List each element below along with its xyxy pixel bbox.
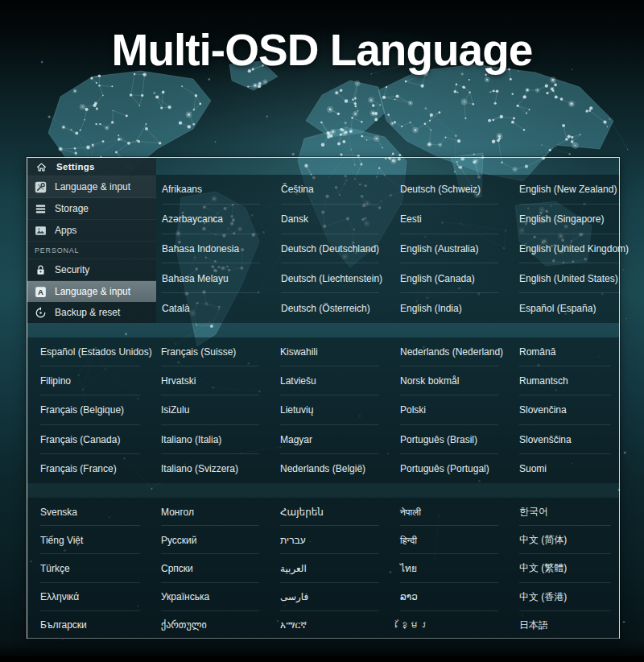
language-item[interactable]: Deutsch (Schweiz) [400, 175, 519, 205]
language-row: CatalàDeutsch (Österreich)English (India… [156, 293, 629, 323]
language-item[interactable]: English (Canada) [400, 263, 519, 293]
language-item[interactable]: Rumantsch [519, 366, 619, 395]
language-item[interactable]: Tiếng Việt [40, 526, 161, 554]
language-item[interactable]: Deutsch (Österreich) [281, 293, 400, 323]
apps-icon [34, 224, 47, 238]
language-item[interactable]: Kiswahili [280, 337, 400, 366]
language-item[interactable]: Čeština [281, 175, 400, 205]
language-item[interactable]: Bahasa Indonesia [162, 234, 281, 264]
language-row: Bahasa IndonesiaDeutsch (Deutschland)Eng… [156, 234, 629, 264]
settings-panel: Settings Language & inputStorageAppsPERS… [27, 157, 620, 639]
home-icon [35, 161, 47, 173]
language-item[interactable]: English (Australia) [400, 234, 519, 264]
language-item[interactable]: Deutsch (Deutschland) [281, 234, 400, 264]
language-item[interactable]: Български [40, 611, 161, 639]
language-item[interactable]: Afrikaans [162, 175, 281, 205]
language-row: TürkçeСрпскиالعربيةไทย中文 (繁體) [27, 554, 619, 582]
language-item[interactable]: Hrvatski [161, 366, 280, 395]
lock-icon [34, 263, 47, 277]
language-item[interactable]: Українська [161, 583, 280, 611]
language-item[interactable]: ქართული [161, 611, 280, 639]
language-item[interactable]: Türkçe [40, 554, 161, 582]
language-row: ΕλληνικάУкраїнськаفارسیລາວ中文 (香港) [27, 583, 619, 611]
language-row: Tiếng ViệtРусскийעבריתहिन्दी中文 (简体) [27, 526, 619, 554]
bottom-black-bar [0, 656, 644, 662]
language-item[interactable]: हिन्दी [400, 526, 519, 554]
language-item[interactable]: Italiano (Italia) [161, 425, 280, 454]
language-item[interactable]: Հայերեն [280, 498, 400, 526]
language-item[interactable]: नेपाली [400, 498, 519, 526]
language-item[interactable]: Magyar [280, 425, 400, 454]
language-item[interactable]: Nederlands (Nederland) [400, 337, 519, 366]
language-item[interactable]: Français (Canada) [40, 425, 161, 454]
language-item[interactable]: ລາວ [400, 583, 519, 611]
language-item[interactable]: Español (España) [519, 293, 629, 323]
sidebar-item-label: Language & input [55, 286, 130, 297]
language-item[interactable]: Português (Brasil) [400, 425, 519, 454]
language-item[interactable]: Монгол [161, 498, 280, 526]
language-item[interactable]: አማርኛ [280, 611, 400, 639]
language-row: Français (Belgique)IsiZuluLietuviųPolski… [27, 395, 619, 424]
language-row: AfrikaansČeštinaDeutsch (Schweiz)English… [156, 175, 629, 205]
language-item[interactable]: Slovenščina [519, 425, 619, 454]
language-row: FilipinoHrvatskiLatviešuNorsk bokmålRuma… [27, 366, 619, 395]
language-item[interactable]: Español (Estados Unidos) [40, 337, 161, 366]
language-item[interactable]: English (New Zealand) [519, 175, 629, 205]
sidebar-item-apps[interactable]: Apps [27, 220, 156, 242]
language-item[interactable]: English (India) [400, 293, 519, 323]
language-item[interactable]: 中文 (香港) [519, 583, 619, 611]
backup-icon [34, 306, 47, 320]
language-row: Français (France)Italiano (Svizzera)Nede… [27, 454, 619, 483]
sidebar-item-language-and-input-selected[interactable]: ALanguage & input [27, 281, 156, 302]
language-item[interactable]: Polski [400, 395, 519, 424]
language-item[interactable]: English (United Kingdom) [519, 234, 629, 264]
language-item[interactable]: Català [162, 293, 281, 323]
language-item[interactable]: עברית [280, 526, 400, 554]
language-item[interactable]: Azərbaycanca [162, 205, 281, 234]
language-item[interactable]: 한국어 [519, 498, 619, 526]
language-item[interactable]: Српски [161, 554, 280, 582]
screenshot-root: Multi-OSD Language Settings Language & i… [0, 0, 644, 662]
language-item[interactable]: Nederlands (België) [280, 454, 400, 483]
language-item[interactable]: Eesti [400, 205, 519, 234]
language-row: Bahasa MelayuDeutsch (Liechtenstein)Engl… [156, 263, 629, 293]
language-item[interactable]: Filipino [40, 366, 161, 395]
language-item[interactable]: Bahasa Melayu [162, 263, 281, 293]
language-item[interactable]: Français (Suisse) [161, 337, 280, 366]
language-item[interactable]: Svenska [40, 498, 161, 526]
language-item[interactable]: العربية [280, 554, 400, 582]
language-item[interactable]: Português (Portugal) [400, 454, 519, 483]
language-item[interactable]: IsiZulu [161, 395, 280, 424]
language-row: AzərbaycancaDanskEestiEnglish (Singapore… [156, 205, 629, 234]
sidebar-item-language-and-input[interactable]: Language & input [27, 176, 156, 198]
language-item[interactable]: Dansk [281, 205, 400, 234]
sidebar-item-backup-and-reset[interactable]: Backup & reset [27, 302, 156, 323]
language-item[interactable]: English (Singapore) [519, 205, 629, 234]
language-item[interactable]: English (United States) [519, 263, 629, 293]
language-item[interactable]: Slovenčina [519, 395, 619, 424]
language-item[interactable]: 中文 (繁體) [519, 554, 619, 582]
sidebar-item-security[interactable]: Security [27, 259, 156, 281]
language-item[interactable]: فارسی [280, 583, 400, 611]
language-item[interactable]: ไทย [400, 554, 519, 582]
language-item[interactable]: Русский [161, 526, 280, 554]
language-item[interactable]: Norsk bokmål [400, 366, 519, 395]
language-item[interactable]: ខ្មែរ [400, 611, 519, 639]
language-item[interactable]: Français (Belgique) [40, 395, 161, 424]
language-item[interactable]: Ελληνικά [40, 583, 161, 611]
language-item[interactable]: Română [519, 337, 619, 366]
sidebar-item-label: Storage [55, 203, 89, 214]
language-item[interactable]: Italiano (Svizzera) [161, 454, 280, 483]
sidebar-section-personal: PERSONAL [27, 242, 156, 259]
sidebar-item-storage[interactable]: Storage [27, 198, 156, 220]
storage-icon [34, 202, 47, 216]
language-item[interactable]: 中文 (简体) [519, 526, 619, 554]
language-item[interactable]: Lietuvių [280, 395, 400, 424]
language-item[interactable]: 日本語 [519, 611, 619, 639]
language-item[interactable]: Suomi [519, 454, 619, 483]
language-item[interactable]: Latviešu [280, 366, 400, 395]
language-item[interactable]: Deutsch (Liechtenstein) [281, 263, 400, 293]
settings-sidebar: Settings Language & inputStorageAppsPERS… [27, 158, 156, 323]
language-item[interactable]: Français (France) [40, 454, 161, 483]
svg-text:A: A [38, 288, 43, 296]
